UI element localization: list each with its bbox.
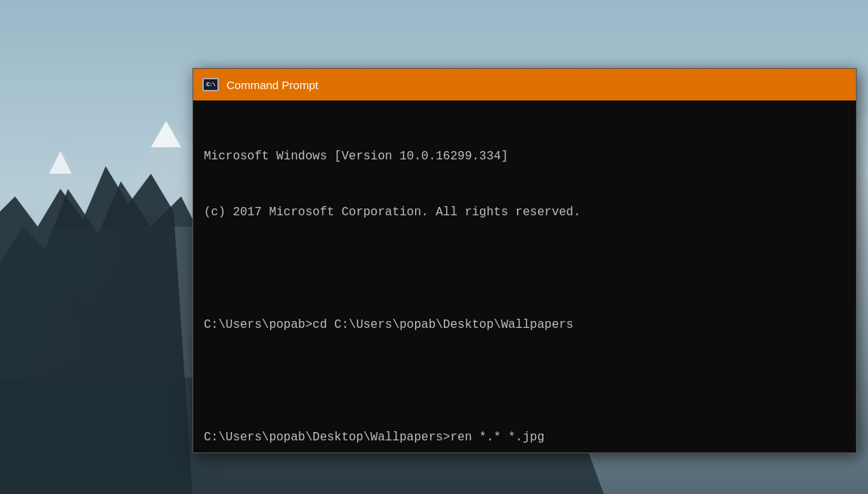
cmd-line-4: C:\Users\popab>cd C:\Users\popab\Desktop… xyxy=(204,316,845,335)
cmd-empty-2 xyxy=(204,372,845,391)
cmd-output: Microsoft Windows [Version 10.0.16299.33… xyxy=(204,110,845,452)
cmd-line-1: Microsoft Windows [Version 10.0.16299.33… xyxy=(204,147,845,166)
cmd-icon-text: C:\ xyxy=(206,82,214,88)
cmd-title: Command Prompt xyxy=(226,79,319,91)
cmd-icon: C:\ xyxy=(202,78,219,91)
cmd-body[interactable]: Microsoft Windows [Version 10.0.16299.33… xyxy=(193,100,856,452)
cmd-line-6: C:\Users\popab\Desktop\Wallpapers>ren *.… xyxy=(204,428,845,447)
cmd-window: C:\ Command Prompt Microsoft Windows [Ve… xyxy=(192,68,857,453)
svg-marker-11 xyxy=(0,166,192,494)
cmd-line-2: (c) 2017 Microsoft Corporation. All righ… xyxy=(204,203,845,222)
cmd-empty-1 xyxy=(204,259,845,278)
cmd-titlebar[interactable]: C:\ Command Prompt xyxy=(193,69,856,100)
